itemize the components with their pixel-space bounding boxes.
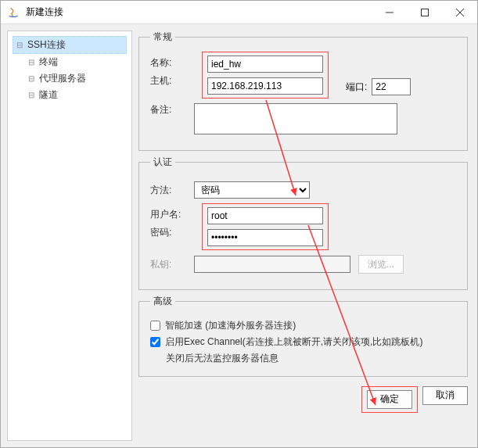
remark-textarea[interactable]: [194, 103, 397, 134]
port-label: 端口:: [346, 81, 367, 94]
auth-fieldset: 认证 方法: 密码 用户名: 密码: 私钥:: [138, 156, 468, 290]
tree-label: 终端: [39, 56, 58, 69]
tree-toggle-icon: ⊟: [28, 58, 36, 66]
dialog-footer: 确定 取消: [138, 382, 468, 413]
category-tree: ⊟SSH连接 ⊟终端 ⊟代理服务器 ⊟隧道: [7, 30, 132, 441]
user-label: 用户名:: [150, 208, 194, 221]
key-label: 私钥:: [150, 258, 194, 271]
auth-legend: 认证: [150, 156, 175, 169]
pass-label: 密码:: [150, 226, 194, 239]
exec-channel-sublabel: 关闭后无法监控服务器信息: [166, 352, 456, 365]
close-button[interactable]: [442, 1, 477, 23]
advanced-fieldset: 高级 智能加速 (加速海外服务器连接) 启用Exec Channel(若连接上就…: [138, 295, 468, 377]
highlight-box-creds: [202, 203, 329, 250]
titlebar: 新建连接: [1, 1, 477, 24]
port-input[interactable]: [372, 78, 411, 95]
tree-label: SSH连接: [27, 38, 66, 52]
tree-toggle-icon: ⊟: [28, 91, 36, 99]
host-input[interactable]: [207, 77, 323, 95]
tree-item-ssh[interactable]: ⊟SSH连接: [13, 36, 127, 54]
tree-item-terminal[interactable]: ⊟终端: [13, 54, 127, 70]
tree-item-proxy[interactable]: ⊟代理服务器: [13, 70, 127, 87]
tree-item-tunnel[interactable]: ⊟隧道: [13, 87, 127, 103]
ok-button[interactable]: 确定: [367, 390, 412, 409]
smart-accel-label: 智能加速 (加速海外服务器连接): [165, 319, 296, 332]
minimize-button[interactable]: [372, 1, 407, 23]
cancel-button[interactable]: 取消: [422, 386, 468, 405]
smart-accel-checkbox[interactable]: [150, 321, 160, 331]
tree-label: 隧道: [39, 88, 58, 102]
tree-toggle-icon: ⊟: [28, 74, 36, 83]
svg-rect-1: [421, 9, 428, 16]
dialog-window: 新建连接 ⊟SSH连接 ⊟终端 ⊟代理服务器 ⊟隧道 常规 名称: 主机:: [0, 0, 478, 448]
method-label: 方法:: [150, 184, 194, 197]
java-icon: [7, 6, 20, 19]
advanced-legend: 高级: [150, 295, 175, 308]
password-input[interactable]: [207, 229, 323, 246]
name-input[interactable]: [207, 56, 323, 73]
host-label: 主机:: [150, 74, 194, 88]
highlight-box-namehost: [202, 52, 329, 99]
remark-label: 备注:: [150, 103, 194, 116]
general-legend: 常规: [150, 30, 175, 44]
window-title: 新建连接: [26, 5, 372, 19]
maximize-button[interactable]: [407, 1, 442, 23]
method-select[interactable]: 密码: [194, 181, 310, 199]
general-fieldset: 常规 名称: 主机: 端口: 备注:: [138, 30, 468, 151]
highlight-box-ok: 确定: [361, 386, 418, 413]
dialog-content: ⊟SSH连接 ⊟终端 ⊟代理服务器 ⊟隧道 常规 名称: 主机:: [1, 24, 477, 447]
browse-button: 浏览...: [358, 255, 404, 274]
tree-toggle-icon: ⊟: [16, 41, 24, 49]
exec-channel-label: 启用Exec Channel(若连接上就被断开,请关闭该项,比如跳板机): [165, 335, 422, 349]
username-input[interactable]: [207, 207, 323, 224]
window-controls: [372, 1, 477, 23]
tree-label: 代理服务器: [39, 72, 86, 85]
privatekey-input: [194, 256, 350, 273]
exec-channel-checkbox[interactable]: [150, 337, 160, 347]
main-panel: 常规 名称: 主机: 端口: 备注:: [138, 30, 471, 441]
name-label: 名称:: [150, 56, 194, 70]
